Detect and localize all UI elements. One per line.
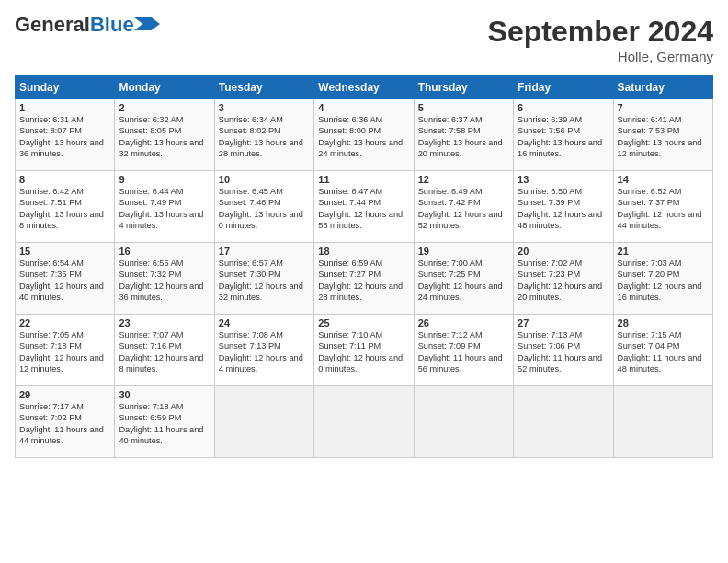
day-number: 17 — [219, 246, 310, 257]
day-number: 21 — [618, 246, 709, 257]
day-number: 19 — [418, 246, 509, 257]
calendar-cell: 28Sunrise: 7:15 AMSunset: 7:04 PMDayligh… — [613, 315, 712, 386]
day-detail: Sunrise: 7:02 AMSunset: 7:23 PMDaylight:… — [518, 258, 609, 304]
day-number: 13 — [518, 174, 609, 185]
calendar-cell: 5Sunrise: 6:37 AMSunset: 7:58 PMDaylight… — [414, 99, 513, 171]
day-detail: Sunrise: 7:18 AMSunset: 6:59 PMDaylight:… — [119, 401, 210, 447]
calendar-week-5: 29Sunrise: 7:17 AMSunset: 7:02 PMDayligh… — [16, 386, 713, 458]
day-number: 12 — [418, 174, 509, 185]
day-number: 8 — [19, 174, 110, 185]
day-number: 26 — [418, 317, 509, 328]
calendar-cell: 1Sunrise: 6:31 AMSunset: 8:07 PMDaylight… — [16, 99, 115, 171]
calendar-cell: 22Sunrise: 7:05 AMSunset: 7:18 PMDayligh… — [16, 315, 115, 386]
day-number: 29 — [19, 389, 110, 400]
day-number: 28 — [618, 317, 709, 328]
calendar-cell: 6Sunrise: 6:39 AMSunset: 7:56 PMDaylight… — [514, 99, 613, 171]
weekday-header-thursday: Thursday — [414, 76, 513, 99]
logo-arrow-icon — [134, 17, 160, 30]
day-number: 18 — [318, 246, 409, 257]
day-detail: Sunrise: 6:36 AMSunset: 8:00 PMDaylight:… — [318, 114, 409, 160]
day-number: 6 — [518, 102, 609, 113]
calendar-table: SundayMondayTuesdayWednesdayThursdayFrid… — [15, 75, 713, 458]
day-detail: Sunrise: 7:12 AMSunset: 7:09 PMDaylight:… — [418, 329, 509, 375]
calendar-cell — [314, 386, 414, 458]
calendar-cell: 10Sunrise: 6:45 AMSunset: 7:46 PMDayligh… — [214, 171, 313, 243]
calendar-cell: 17Sunrise: 6:57 AMSunset: 7:30 PMDayligh… — [214, 243, 313, 315]
day-number: 7 — [618, 102, 709, 113]
calendar-cell: 19Sunrise: 7:00 AMSunset: 7:25 PMDayligh… — [414, 243, 513, 315]
calendar-week-3: 15Sunrise: 6:54 AMSunset: 7:35 PMDayligh… — [16, 243, 713, 315]
calendar-cell: 25Sunrise: 7:10 AMSunset: 7:11 PMDayligh… — [314, 315, 414, 386]
calendar-cell: 27Sunrise: 7:13 AMSunset: 7:06 PMDayligh… — [514, 315, 613, 386]
calendar-cell: 9Sunrise: 6:44 AMSunset: 7:49 PMDaylight… — [115, 171, 214, 243]
weekday-header-friday: Friday — [514, 76, 613, 99]
day-detail: Sunrise: 6:55 AMSunset: 7:32 PMDaylight:… — [119, 258, 210, 304]
weekday-header-monday: Monday — [115, 76, 214, 99]
month-title: September 2024 — [488, 15, 713, 49]
calendar-cell: 26Sunrise: 7:12 AMSunset: 7:09 PMDayligh… — [414, 315, 513, 386]
day-detail: Sunrise: 6:41 AMSunset: 7:53 PMDaylight:… — [618, 114, 709, 160]
day-number: 20 — [518, 246, 609, 257]
day-detail: Sunrise: 6:57 AMSunset: 7:30 PMDaylight:… — [219, 258, 310, 304]
day-number: 23 — [119, 317, 210, 328]
day-detail: Sunrise: 7:05 AMSunset: 7:18 PMDaylight:… — [19, 329, 110, 375]
day-number: 3 — [219, 102, 310, 113]
day-detail: Sunrise: 6:39 AMSunset: 7:56 PMDaylight:… — [518, 114, 609, 160]
calendar-week-1: 1Sunrise: 6:31 AMSunset: 8:07 PMDaylight… — [16, 99, 713, 171]
day-detail: Sunrise: 6:37 AMSunset: 7:58 PMDaylight:… — [418, 114, 509, 160]
day-detail: Sunrise: 6:34 AMSunset: 8:02 PMDaylight:… — [219, 114, 310, 160]
calendar-cell — [613, 386, 712, 458]
calendar-cell: 23Sunrise: 7:07 AMSunset: 7:16 PMDayligh… — [115, 315, 214, 386]
day-detail: Sunrise: 7:07 AMSunset: 7:16 PMDaylight:… — [119, 329, 210, 375]
calendar-cell: 24Sunrise: 7:08 AMSunset: 7:13 PMDayligh… — [214, 315, 313, 386]
calendar-cell: 20Sunrise: 7:02 AMSunset: 7:23 PMDayligh… — [514, 243, 613, 315]
svg-marker-0 — [134, 17, 160, 30]
calendar-week-2: 8Sunrise: 6:42 AMSunset: 7:51 PMDaylight… — [16, 171, 713, 243]
day-number: 10 — [219, 174, 310, 185]
day-detail: Sunrise: 6:50 AMSunset: 7:39 PMDaylight:… — [518, 186, 609, 232]
logo: GeneralBlue — [15, 15, 160, 35]
day-detail: Sunrise: 6:52 AMSunset: 7:37 PMDaylight:… — [618, 186, 709, 232]
weekday-header-sunday: Sunday — [16, 76, 115, 99]
day-detail: Sunrise: 6:54 AMSunset: 7:35 PMDaylight:… — [19, 258, 110, 304]
calendar-week-4: 22Sunrise: 7:05 AMSunset: 7:18 PMDayligh… — [16, 315, 713, 386]
calendar-cell: 15Sunrise: 6:54 AMSunset: 7:35 PMDayligh… — [16, 243, 115, 315]
day-detail: Sunrise: 7:17 AMSunset: 7:02 PMDaylight:… — [19, 401, 110, 447]
day-number: 30 — [119, 389, 210, 400]
day-number: 25 — [318, 317, 409, 328]
location: Holle, Germany — [488, 49, 713, 64]
day-detail: Sunrise: 7:08 AMSunset: 7:13 PMDaylight:… — [219, 329, 310, 375]
calendar-cell: 4Sunrise: 6:36 AMSunset: 8:00 PMDaylight… — [314, 99, 414, 171]
day-number: 27 — [518, 317, 609, 328]
calendar-cell: 21Sunrise: 7:03 AMSunset: 7:20 PMDayligh… — [613, 243, 712, 315]
day-detail: Sunrise: 6:32 AMSunset: 8:05 PMDaylight:… — [119, 114, 210, 160]
calendar-cell: 30Sunrise: 7:18 AMSunset: 6:59 PMDayligh… — [115, 386, 214, 458]
day-detail: Sunrise: 6:59 AMSunset: 7:27 PMDaylight:… — [318, 258, 409, 304]
weekday-header-tuesday: Tuesday — [214, 76, 313, 99]
calendar-cell — [514, 386, 613, 458]
day-detail: Sunrise: 7:00 AMSunset: 7:25 PMDaylight:… — [418, 258, 509, 304]
calendar-cell — [414, 386, 513, 458]
day-number: 4 — [318, 102, 409, 113]
day-detail: Sunrise: 6:44 AMSunset: 7:49 PMDaylight:… — [119, 186, 210, 232]
day-number: 9 — [119, 174, 210, 185]
calendar-cell: 18Sunrise: 6:59 AMSunset: 7:27 PMDayligh… — [314, 243, 414, 315]
logo-text: GeneralBlue — [15, 15, 134, 35]
day-number: 5 — [418, 102, 509, 113]
day-detail: Sunrise: 6:42 AMSunset: 7:51 PMDaylight:… — [19, 186, 110, 232]
calendar-cell: 3Sunrise: 6:34 AMSunset: 8:02 PMDaylight… — [214, 99, 313, 171]
calendar-cell: 14Sunrise: 6:52 AMSunset: 7:37 PMDayligh… — [613, 171, 712, 243]
day-detail: Sunrise: 6:47 AMSunset: 7:44 PMDaylight:… — [318, 186, 409, 232]
day-number: 11 — [318, 174, 409, 185]
calendar-cell: 12Sunrise: 6:49 AMSunset: 7:42 PMDayligh… — [414, 171, 513, 243]
calendar-cell: 7Sunrise: 6:41 AMSunset: 7:53 PMDaylight… — [613, 99, 712, 171]
day-detail: Sunrise: 6:31 AMSunset: 8:07 PMDaylight:… — [19, 114, 110, 160]
day-detail: Sunrise: 6:45 AMSunset: 7:46 PMDaylight:… — [219, 186, 310, 232]
day-detail: Sunrise: 7:03 AMSunset: 7:20 PMDaylight:… — [618, 258, 709, 304]
calendar-cell: 8Sunrise: 6:42 AMSunset: 7:51 PMDaylight… — [16, 171, 115, 243]
day-number: 15 — [19, 246, 110, 257]
page-container: GeneralBlue September 2024 Holle, German… — [0, 0, 728, 465]
calendar-cell — [214, 386, 313, 458]
day-detail: Sunrise: 7:10 AMSunset: 7:11 PMDaylight:… — [318, 329, 409, 375]
header-area: GeneralBlue September 2024 Holle, German… — [15, 15, 713, 64]
